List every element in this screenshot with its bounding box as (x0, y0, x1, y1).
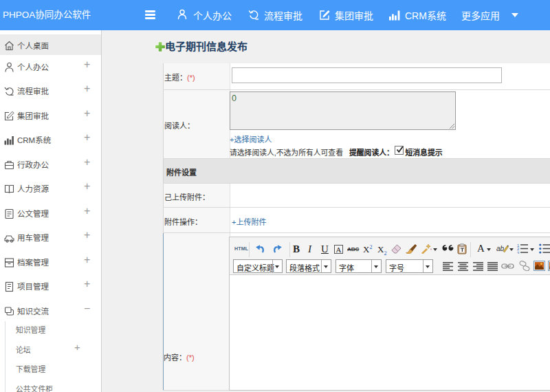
svg-text:3: 3 (517, 251, 520, 254)
